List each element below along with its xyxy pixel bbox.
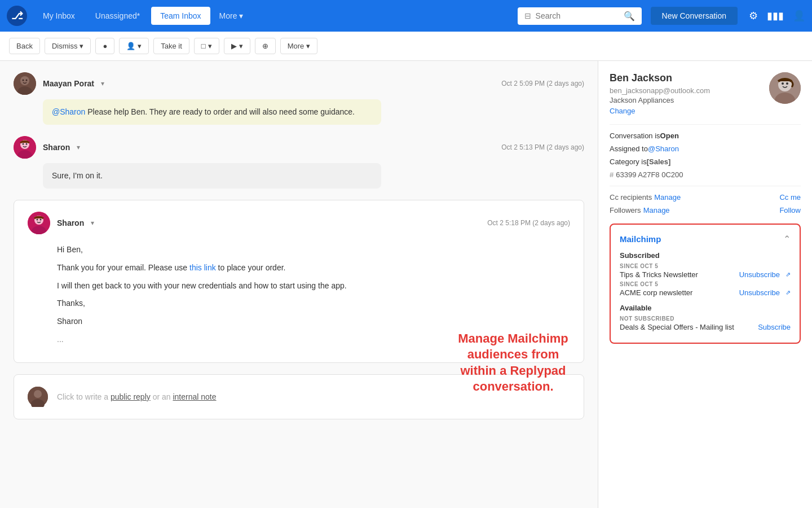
sender-dropdown-maayan[interactable]: ▾ [101, 80, 104, 87]
svg-point-16 [34, 390, 42, 398]
mailchimp-header: Mailchimp ⌃ [620, 234, 791, 244]
contact-avatar-svg [769, 72, 801, 104]
external-link-icon-2[interactable]: ⇗ [785, 289, 791, 296]
new-conversation-button[interactable]: New Conversation [651, 7, 738, 25]
public-reply-link[interactable]: public reply [111, 392, 151, 401]
avatar-sharon-2 [28, 212, 50, 234]
settings-icon[interactable]: ⚙ [749, 10, 758, 22]
subscribed-section: Subscribed SINCE OCT 5 Tips & Tricks New… [620, 251, 791, 297]
subscribe-link-1[interactable]: Subscribe [758, 323, 791, 331]
plus-circle-icon: ⊕ [262, 42, 268, 50]
toolbar-more-button[interactable]: More ▾ [280, 38, 318, 54]
email-line1: Thank you for your email. Please use thi… [57, 261, 570, 275]
layout-icon: □ [201, 42, 206, 50]
sender-name-maayan: Maayan Porat [43, 79, 94, 88]
tag-icon: ▶ [231, 42, 237, 50]
newsletter-name-2: ACME corp newsletter [620, 288, 736, 297]
contact-email: ben_jacksonapp@outlook.com [610, 86, 760, 95]
main-layout: Maayan Porat ▾ Oct 2 5:09 PM (2 days ago… [0, 61, 812, 508]
stats-icon[interactable]: ▮▮▮ [767, 10, 784, 22]
top-navigation: ⎇ My Inbox Unassigned* Team Inbox More ▾… [0, 0, 812, 32]
filter-icon[interactable]: ⊟ [524, 11, 531, 20]
message-text-1: Please help Ben. They are ready to order… [87, 107, 355, 116]
nav-tab-my-inbox[interactable]: My Inbox [34, 7, 84, 25]
nav-more-dropdown[interactable]: More ▾ [213, 7, 250, 25]
clock-button[interactable]: ● [95, 38, 114, 54]
user-icon[interactable]: 👤 [793, 10, 805, 22]
search-icon[interactable]: 🔍 [624, 11, 635, 21]
logo-icon: ⎇ [11, 10, 23, 22]
message-time-1: Oct 2 5:09 PM (2 days ago) [501, 80, 584, 87]
message-header-1: Maayan Porat ▾ Oct 2 5:09 PM (2 days ago… [14, 72, 584, 95]
followers-row: Followers Manage Follow [610, 206, 801, 214]
chevron-down-icon: ▾ [80, 42, 83, 50]
contact-company: Jackson Appliances [610, 96, 760, 104]
email-body-3: Hi Ben, Thank you for your email. Please… [57, 243, 570, 347]
svg-point-8 [23, 143, 24, 145]
followers-manage-link[interactable]: Manage [643, 206, 670, 214]
search-box[interactable]: ⊟ 🔍 [518, 7, 642, 25]
email-ellipsis: ... [57, 333, 570, 347]
follow-link[interactable]: Follow [779, 206, 801, 214]
email-line2: I will then get back to you with your ne… [57, 279, 570, 293]
svg-point-22 [786, 82, 788, 85]
take-it-button[interactable]: Take it [153, 38, 189, 54]
contact-info: Ben Jackson ben_jacksonapp@outlook.com J… [610, 72, 760, 115]
message-header-3: Sharon ▾ Oct 2 5:18 PM (2 days ago) [28, 212, 570, 234]
message-group-2: Sharon ▾ Oct 2 5:13 PM (2 days ago) Sure… [14, 136, 584, 189]
newsletter-row-2: ACME corp newsletter Unsubscribe ⇗ [620, 288, 791, 297]
not-subscribed-label: NOT SUBSCRIBED [620, 316, 791, 322]
mailchimp-section: Mailchimp ⌃ Subscribed SINCE OCT 5 Tips … [610, 224, 801, 344]
nav-tab-team-inbox[interactable]: Team Inbox [151, 7, 210, 25]
add-button[interactable]: ⊕ [255, 38, 276, 54]
contact-change-link[interactable]: Change [610, 107, 760, 115]
since-label-2: SINCE OCT 5 [620, 281, 791, 287]
mailchimp-collapse-button[interactable]: ⌃ [783, 234, 791, 244]
nav-tab-unassigned[interactable]: Unassigned* [86, 7, 149, 25]
svg-point-14 [40, 219, 42, 221]
tag-button[interactable]: ▶ ▾ [224, 38, 250, 54]
since-label-1: SINCE OCT 5 [620, 263, 791, 269]
cc-me-link[interactable]: Cc me [779, 193, 801, 202]
svg-point-4 [26, 80, 28, 81]
unsubscribe-link-2[interactable]: Unsubscribe [739, 288, 780, 297]
nav-icon-group: ⚙ ▮▮▮ 👤 [749, 10, 805, 22]
info-row-assigned: Assigned to @Sharon [610, 144, 801, 153]
back-button[interactable]: Back [9, 38, 40, 54]
sender-name-sharon-2: Sharon [57, 218, 84, 227]
info-row-category: Category is [Sales] [610, 157, 801, 166]
avatar-maayan-svg [14, 72, 36, 95]
sender-dropdown-sharon-2[interactable]: ▾ [91, 219, 94, 227]
mailchimp-title: Mailchimp [620, 234, 661, 244]
unsubscribe-link-1[interactable]: Unsubscribe [739, 270, 780, 279]
app-logo[interactable]: ⎇ [7, 6, 27, 26]
svg-point-3 [23, 80, 24, 81]
available-label: Available [620, 304, 791, 312]
email-message-3: Sharon ▾ Oct 2 5:18 PM (2 days ago) Hi B… [14, 200, 584, 363]
available-newsletter-row-1: Deals & Special Offers - Mailing list Su… [620, 323, 791, 331]
chevron-down-icon: ▾ [138, 42, 142, 50]
search-input[interactable] [536, 11, 619, 20]
conversation-area: Maayan Porat ▾ Oct 2 5:09 PM (2 days ago… [0, 61, 598, 508]
assign-button[interactable]: 👤 ▾ [119, 38, 149, 54]
layout-button[interactable]: □ ▾ [194, 38, 219, 54]
sidebar-divider-1 [610, 124, 801, 125]
contact-name: Ben Jackson [610, 72, 760, 84]
info-row-status: Conversation is Open [610, 132, 801, 140]
dismiss-button[interactable]: Dismiss ▾ [45, 38, 91, 54]
email-this-link[interactable]: this link [189, 263, 216, 272]
sender-dropdown-sharon-1[interactable]: ▾ [77, 143, 80, 151]
cc-manage-link[interactable]: Manage [654, 193, 681, 202]
avatar-sharon-1 [14, 136, 36, 159]
external-link-icon-1[interactable]: ⇗ [785, 271, 791, 278]
svg-point-1 [20, 76, 29, 85]
reply-area[interactable]: Click to write a public reply or an inte… [14, 374, 584, 419]
email-sign-name: Sharon [57, 315, 570, 329]
svg-point-9 [26, 143, 28, 145]
internal-note-link[interactable]: internal note [173, 392, 216, 401]
avatar-maayan [14, 72, 36, 95]
reply-avatar-svg [28, 387, 48, 407]
message-time-2: Oct 2 5:13 PM (2 days ago) [501, 143, 584, 151]
newsletter-name-1: Tips & Tricks Newsletter [620, 270, 736, 279]
conversation-toolbar: Back Dismiss ▾ ● 👤 ▾ Take it □ ▾ ▶ ▾ ⊕ M… [0, 32, 812, 61]
